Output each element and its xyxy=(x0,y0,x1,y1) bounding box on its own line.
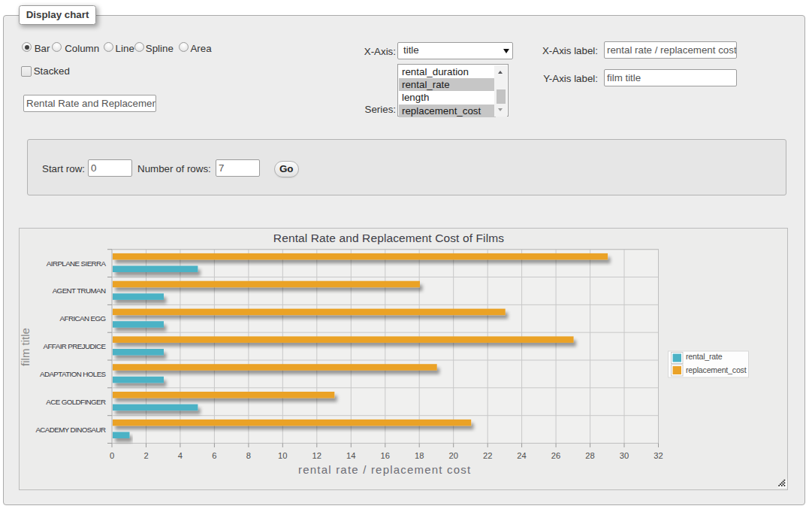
svg-text:ACE GOLDFINGER: ACE GOLDFINGER xyxy=(46,398,106,406)
svg-text:28: 28 xyxy=(585,451,594,460)
svg-text:Rental Rate and Replacement Co: Rental Rate and Replacement Cost of Film… xyxy=(273,232,503,244)
svg-text:0: 0 xyxy=(109,451,113,460)
svg-text:22: 22 xyxy=(482,451,491,460)
svg-text:AIRPLANE SIERRA: AIRPLANE SIERRA xyxy=(46,259,106,268)
svg-text:replacement_cost: replacement_cost xyxy=(686,365,747,374)
svg-text:AFFAIR PREJUDICE: AFFAIR PREJUDICE xyxy=(43,342,106,350)
svg-text:26: 26 xyxy=(551,451,560,460)
svg-text:ACADEMY DINOSAUR: ACADEMY DINOSAUR xyxy=(35,426,106,434)
svg-text:30: 30 xyxy=(619,451,628,460)
svg-text:4: 4 xyxy=(177,451,182,460)
svg-text:18: 18 xyxy=(414,451,423,460)
svg-text:12: 12 xyxy=(312,451,321,460)
svg-text:ADAPTATION HOLES: ADAPTATION HOLES xyxy=(40,370,107,378)
svg-text:2: 2 xyxy=(143,451,148,460)
svg-text:film title: film title xyxy=(20,328,32,366)
svg-text:10: 10 xyxy=(278,451,287,460)
svg-text:16: 16 xyxy=(380,451,389,460)
svg-text:AGENT TRUMAN: AGENT TRUMAN xyxy=(52,286,105,295)
svg-text:14: 14 xyxy=(346,451,355,460)
svg-text:32: 32 xyxy=(654,451,663,460)
svg-text:6: 6 xyxy=(212,451,216,460)
svg-text:20: 20 xyxy=(448,451,457,460)
svg-text:8: 8 xyxy=(246,451,250,460)
svg-text:AFRICAN EGG: AFRICAN EGG xyxy=(59,314,105,323)
svg-text:rental rate / replacement cost: rental rate / replacement cost xyxy=(298,463,471,476)
svg-text:rental_rate: rental_rate xyxy=(686,352,723,361)
svg-text:24: 24 xyxy=(517,451,526,460)
